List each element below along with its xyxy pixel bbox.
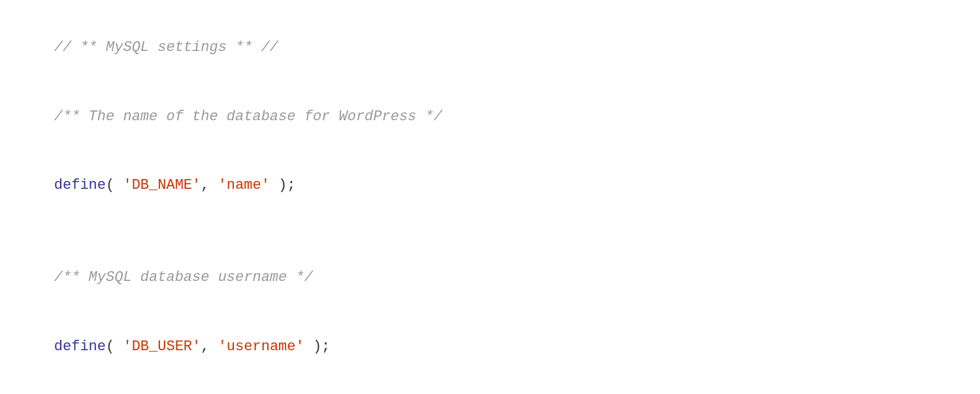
string-db-name-val: 'name' [218,177,270,193]
comment-mysql-settings: // ** MySQL settings ** // [54,39,278,56]
code-line-6: define( 'DB_USER', 'username' ); [20,312,960,381]
code-line-3: define( 'DB_NAME', 'name' ); [20,151,960,220]
punct-5: , [201,338,218,355]
comment-db-user: /** MySQL database username */ [54,269,313,286]
string-db-user-val: 'username' [218,338,304,355]
punct-2: , [201,177,218,193]
code-line-2: /** The name of the database for WordPre… [20,82,960,152]
string-db-name-key: 'DB_NAME' [123,177,201,193]
code-line-1: // ** MySQL settings ** // [20,13,960,82]
punct-6: ); [304,338,331,355]
punct-4: ( [106,338,123,355]
punct-3: ); [270,177,296,193]
keyword-define-2: define [54,338,106,355]
punct-1: ( [106,177,123,193]
code-line-5: /** MySQL database username */ [20,243,960,312]
code-editor: // ** MySQL settings ** // /** The name … [0,0,980,394]
string-db-user-key: 'DB_USER' [123,338,201,355]
empty-line-2 [20,381,960,394]
comment-db-name: /** The name of the database for WordPre… [54,108,442,125]
empty-line-1 [20,220,960,243]
keyword-define-1: define [54,177,106,193]
